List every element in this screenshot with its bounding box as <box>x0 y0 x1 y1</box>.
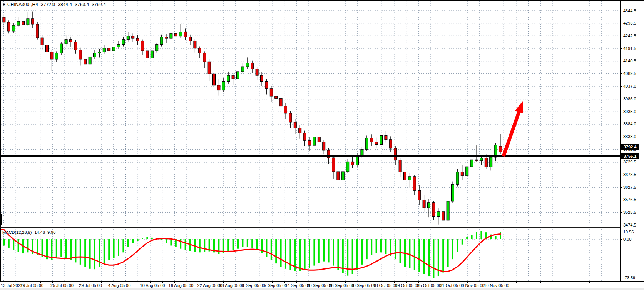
macd-histogram-bar <box>433 239 434 278</box>
price-axis-label: 3474.5 <box>623 223 636 228</box>
macd-histogram-bar <box>218 239 219 254</box>
time-axis-tick <box>614 281 614 283</box>
quote-close: 3792.4 <box>92 2 106 7</box>
candle-bullish <box>241 67 244 72</box>
macd-histogram-bar <box>457 239 458 252</box>
candle-bearish <box>485 158 487 167</box>
candle-bearish <box>294 122 296 128</box>
macd-histogram-bar <box>70 239 72 260</box>
candle-bullish <box>313 137 316 145</box>
price-axis-tick <box>620 225 622 225</box>
macd-histogram-bar <box>13 239 14 250</box>
candle-bullish <box>127 36 129 40</box>
macd-histogram-bar <box>18 239 19 252</box>
time-axis-label: 4 Aug 05:00 <box>104 283 135 288</box>
candle-bearish <box>499 146 502 152</box>
candle-bullish <box>55 53 58 59</box>
macd-histogram-bar <box>385 239 386 254</box>
candle-bearish <box>475 160 478 161</box>
macd-histogram-bar <box>137 239 139 241</box>
candle-bullish <box>65 40 67 44</box>
candle-bullish <box>480 158 483 160</box>
macd-indicator-canvas[interactable] <box>0 229 620 281</box>
macd-histogram-bar <box>256 239 258 250</box>
macd-histogram-bar <box>227 239 229 251</box>
candle-bearish <box>70 40 72 42</box>
candle-bearish <box>31 19 34 24</box>
price-axis-tick <box>620 11 622 11</box>
macd-axis-label: -73.59 <box>623 275 635 280</box>
macd-signal-value: 9.90 <box>47 230 55 235</box>
price-axis-label: 3525.5 <box>623 210 636 215</box>
price-axis-label: 4089.5 <box>623 71 636 76</box>
time-axis-tick <box>577 281 577 283</box>
candle-bullish <box>456 172 459 184</box>
candle-bearish <box>194 41 196 48</box>
candle-bullish <box>341 172 344 180</box>
macd-histogram-bar <box>94 239 95 269</box>
macd-histogram-bar <box>166 239 167 243</box>
main-chart-canvas[interactable] <box>0 0 620 227</box>
candle-bullish <box>89 57 91 64</box>
candle-bullish <box>365 138 368 149</box>
candle-bullish <box>12 25 15 31</box>
candle-bearish <box>41 38 43 45</box>
price-axis-label: 3576.5 <box>623 197 636 202</box>
candle-bearish <box>279 98 282 106</box>
time-axis-separator <box>0 281 644 282</box>
candle-bearish <box>198 48 201 53</box>
macd-axis-tick <box>620 239 622 240</box>
macd-axis-tick <box>620 278 622 278</box>
symbol-dropdown-icon[interactable]: ▼ <box>2 3 6 7</box>
time-axis-label: 10 Nov 05:00 <box>481 283 512 288</box>
macd-histogram-bar <box>80 239 81 265</box>
pane-divider[interactable] <box>0 227 620 228</box>
price-axis-label: 3678.5 <box>623 172 636 177</box>
price-axis-label: 4191.5 <box>623 46 636 51</box>
time-axis-tick <box>540 281 541 283</box>
pane-divider-lower[interactable] <box>0 229 620 229</box>
price-axis-label: 3935.0 <box>623 109 636 114</box>
candle-bearish <box>261 75 263 81</box>
candle-bearish <box>275 96 278 98</box>
macd-histogram-bar <box>400 239 401 263</box>
macd-histogram-bar <box>65 239 67 258</box>
price-axis-label: 3884.0 <box>623 122 636 127</box>
candle-bearish <box>318 137 320 142</box>
quote-high: 3844.4 <box>58 2 72 7</box>
macd-histogram-bar <box>146 237 148 239</box>
candle-bullish <box>227 75 230 81</box>
candle-bearish <box>251 63 254 69</box>
candle-bullish <box>98 52 101 53</box>
macd-histogram-bar <box>113 239 115 258</box>
macd-histogram-bar <box>204 239 205 252</box>
candle-bearish <box>289 113 292 122</box>
macd-histogram-bar <box>452 239 453 259</box>
macd-current-value: 14.46 <box>34 230 45 235</box>
candle-bearish <box>203 53 206 62</box>
candle-bullish <box>470 160 473 167</box>
price-axis-label: 4242.5 <box>623 33 636 38</box>
price-axis-tick <box>620 112 622 112</box>
macd-histogram-bar <box>151 238 153 239</box>
price-axis-tick <box>620 137 622 137</box>
candle-bearish <box>232 75 234 79</box>
candle-bullish <box>122 40 125 45</box>
macd-histogram-bar <box>328 239 330 262</box>
price-axis-tick <box>620 175 622 175</box>
macd-histogram-bar <box>132 239 134 243</box>
macd-histogram-bar <box>371 239 372 255</box>
candle-bearish <box>375 142 378 144</box>
macd-histogram-bar <box>347 239 348 276</box>
candle-bullish <box>380 135 383 144</box>
candle-bullish <box>156 44 158 51</box>
time-axis-label: 19 Jul 05:00 <box>17 283 47 288</box>
candle-bearish <box>351 162 354 165</box>
candle-bearish <box>323 142 325 150</box>
macd-histogram-bar <box>356 239 358 270</box>
macd-histogram-bar <box>251 239 253 248</box>
candle-bearish <box>337 172 340 180</box>
price-axis-tick <box>620 23 622 23</box>
candle-bearish <box>265 82 268 89</box>
candle-bullish <box>447 201 449 220</box>
